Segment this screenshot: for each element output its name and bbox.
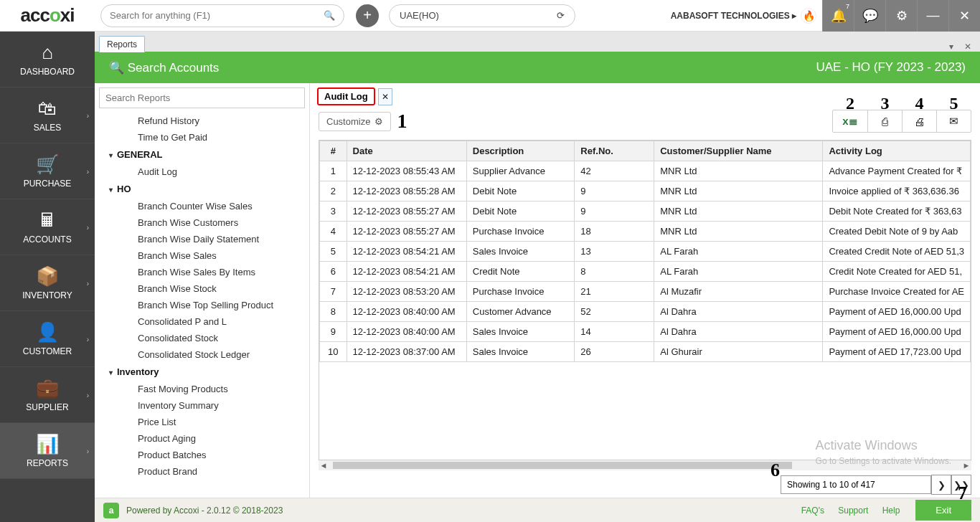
faq-link[interactable]: FAQ's: [801, 506, 824, 516]
tree-item[interactable]: Branch Counter Wise Sales: [98, 198, 306, 214]
table-row[interactable]: 612-12-2023 08:54:21 AMCredit Note8AL Fa…: [320, 262, 971, 282]
nav-purchase[interactable]: 🛒PURCHASE›: [0, 143, 95, 199]
calculator-icon: 🖩: [38, 209, 57, 232]
search-icon: 🔍: [324, 10, 335, 21]
export-excel-button[interactable]: x≣2: [833, 110, 867, 132]
annotation-2: 2: [846, 94, 854, 113]
tree-item[interactable]: Audit Log: [98, 163, 306, 180]
cart-icon: 🛒: [36, 153, 59, 176]
support-link[interactable]: Support: [838, 506, 868, 516]
app-logo: accoxi: [0, 4, 95, 27]
table-row[interactable]: 812-12-2023 08:40:00 AMCustomer Advance5…: [320, 302, 971, 322]
annotation-1: 1: [397, 110, 407, 133]
add-button[interactable]: +: [356, 4, 379, 27]
notif-badge: 7: [846, 3, 849, 10]
tree-item[interactable]: Price List: [98, 414, 306, 430]
tree-item[interactable]: Refund History: [98, 113, 306, 129]
chevron-right-icon: ›: [87, 111, 89, 119]
table-row[interactable]: 312-12-2023 08:55:27 AMDebit Note9MNR Lt…: [320, 201, 971, 222]
table-row[interactable]: 112-12-2023 08:55:43 AMSupplier Advance4…: [320, 161, 971, 181]
tree-item[interactable]: Time to Get Paid: [98, 129, 306, 146]
table-row[interactable]: 712-12-2023 08:53:20 AMPurchase Invoice2…: [320, 282, 971, 302]
gear-icon: ⚙: [374, 116, 383, 127]
powered-by: Powered by Accoxi - 2.0.12 © 2018-2023: [126, 506, 283, 516]
col-header[interactable]: Ref.No.: [575, 141, 654, 161]
export-pdf-button[interactable]: ⎙3: [867, 110, 902, 132]
chevron-right-icon: ›: [87, 447, 89, 455]
tree-item[interactable]: Branch Wise Top Selling Product: [98, 297, 306, 313]
window-tab-actions[interactable]: ▾ ✕: [949, 42, 976, 52]
tree-item[interactable]: Branch Wise Sales: [98, 247, 306, 264]
tree-item[interactable]: Branch Wise Customers: [98, 214, 306, 231]
tree-group[interactable]: HO: [98, 180, 306, 198]
pager-next-button[interactable]: ❯: [931, 475, 951, 495]
global-search[interactable]: 🔍: [100, 4, 344, 27]
exit-button[interactable]: Exit: [915, 500, 971, 521]
close-window-button[interactable]: ✕: [948, 0, 980, 32]
nav-reports[interactable]: 📊REPORTS›: [0, 423, 95, 479]
close-tab-button[interactable]: ✕: [378, 88, 392, 105]
print-button[interactable]: 🖨4: [902, 110, 936, 132]
tab-audit-log[interactable]: Audit Log: [317, 87, 375, 105]
minimize-button[interactable]: —: [917, 0, 948, 32]
table-row[interactable]: 412-12-2023 08:55:27 AMPurchase Invoice1…: [320, 222, 971, 242]
col-header[interactable]: Activity Log: [823, 141, 971, 161]
tree-item[interactable]: Branch Wise Stock: [98, 280, 306, 297]
chevron-right-icon: ›: [87, 391, 89, 399]
col-header[interactable]: #: [320, 141, 347, 161]
nav-dashboard[interactable]: ⌂DASHBOARD: [0, 32, 95, 87]
chevron-right-icon: ›: [87, 223, 89, 231]
company-name[interactable]: AABASOFT TECHNOLOGIES ▸: [671, 11, 796, 21]
bag-icon: 🛍: [38, 98, 57, 120]
search-reports-input[interactable]: [99, 87, 305, 108]
tree-item[interactable]: Consolidated P and L: [98, 313, 306, 330]
settings-button[interactable]: ⚙: [885, 0, 917, 32]
customize-button[interactable]: Customize⚙: [319, 112, 391, 131]
col-header[interactable]: Date: [347, 141, 466, 161]
col-header[interactable]: Description: [466, 141, 575, 161]
nav-customer[interactable]: 👤CUSTOMER›: [0, 311, 95, 367]
chevron-right-icon: ›: [87, 167, 89, 175]
tab-reports[interactable]: Reports: [99, 36, 145, 52]
tree-item[interactable]: Fast Moving Products: [98, 381, 306, 397]
nav-accounts[interactable]: 🖩ACCOUNTS›: [0, 199, 95, 255]
help-link[interactable]: Help: [882, 506, 900, 516]
nav-sales[interactable]: 🛍SALES›: [0, 87, 95, 143]
org-selector[interactable]: UAE(HO) ⟳: [389, 4, 575, 27]
nav-supplier[interactable]: 💼SUPPLIER›: [0, 367, 95, 423]
alert-icon[interactable]: 🔥: [801, 8, 816, 24]
search-accounts-button[interactable]: 🔍 Search Accounts: [109, 60, 219, 75]
table-row[interactable]: 512-12-2023 08:54:21 AMSales Invoice13AL…: [320, 242, 971, 262]
org-name: UAE(HO): [400, 10, 439, 21]
col-header[interactable]: Customer/Supplier Name: [654, 141, 823, 161]
global-search-input[interactable]: [110, 10, 324, 21]
h-scrollbar[interactable]: ◄►: [319, 460, 971, 470]
left-nav: ⌂DASHBOARD 🛍SALES› 🛒PURCHASE› 🖩ACCOUNTS›…: [0, 32, 95, 522]
email-button[interactable]: ✉5: [936, 110, 971, 132]
home-icon: ⌂: [42, 42, 53, 64]
chat-button[interactable]: 💬: [854, 0, 885, 32]
table-row[interactable]: 212-12-2023 08:55:28 AMDebit Note9MNR Lt…: [320, 181, 971, 201]
chart-icon: 📊: [36, 433, 59, 455]
tree-item[interactable]: Consolidated Stock Ledger: [98, 346, 306, 363]
notifications-button[interactable]: 🔔7: [822, 0, 854, 32]
table-row[interactable]: 1012-12-2023 08:37:00 AMSales Invoice26A…: [320, 342, 971, 362]
tree-item[interactable]: Product Brand: [98, 463, 306, 480]
tree-item[interactable]: Inventory Summary: [98, 397, 306, 414]
tree-item[interactable]: Branch Wise Sales By Items: [98, 264, 306, 280]
tree-item[interactable]: Product Batches: [98, 447, 306, 463]
tree-group[interactable]: Inventory: [98, 363, 306, 381]
tree-item[interactable]: Consolidated Stock: [98, 330, 306, 346]
table-row[interactable]: 912-12-2023 08:40:00 AMSales Invoice14Al…: [320, 322, 971, 342]
tree-item[interactable]: Product Aging: [98, 430, 306, 447]
annotation-6: 6: [771, 460, 780, 481]
annotation-5: 5: [950, 94, 958, 113]
nav-inventory[interactable]: 📦INVENTORY›: [0, 255, 95, 311]
tree-group[interactable]: GENERAL: [98, 146, 306, 163]
refresh-icon[interactable]: ⟳: [557, 10, 565, 21]
tree-item[interactable]: Branch Wise Daily Statement: [98, 231, 306, 247]
annotation-3: 3: [881, 94, 890, 113]
export-bar: x≣2 ⎙3 🖨4 ✉5: [832, 110, 971, 133]
pager-status[interactable]: [781, 475, 931, 494]
footer-logo-icon: a: [103, 503, 119, 518]
